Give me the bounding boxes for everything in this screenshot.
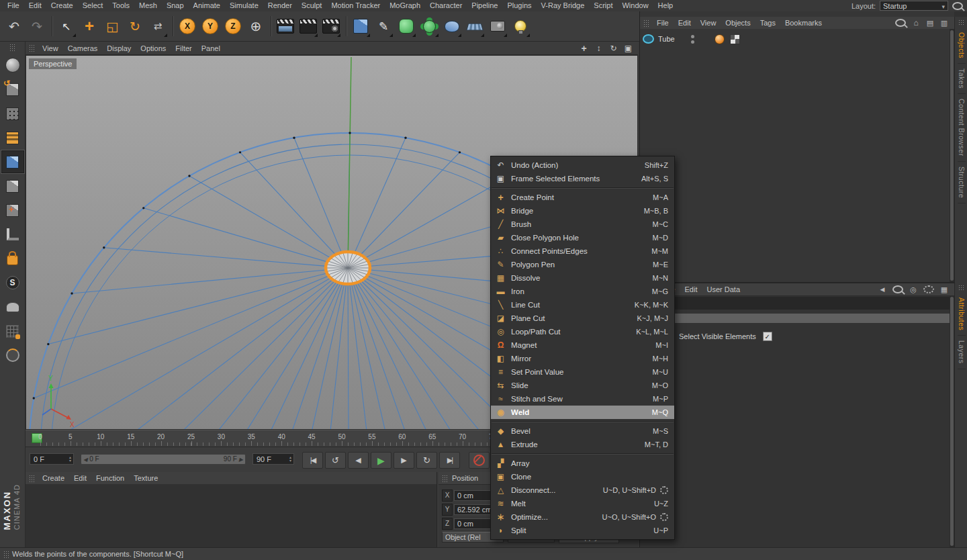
range-start-handle[interactable]: 0 F — [83, 455, 99, 463]
context-menu-item[interactable]: Line Cut K~K, M~K — [491, 298, 674, 312]
mode-button[interactable] — [1, 199, 24, 222]
back-arrow-icon[interactable] — [878, 285, 886, 294]
range-end-handle[interactable]: 90 F — [224, 455, 243, 463]
toolbar-button[interactable] — [441, 13, 463, 39]
stepper-icon[interactable] — [289, 456, 291, 463]
dock-tab[interactable]: Attributes — [958, 293, 966, 336]
menubar-item[interactable]: Animate — [189, 0, 225, 11]
preview-range-slider[interactable]: 0 F 90 F — [81, 454, 246, 465]
panel-grip[interactable] — [9, 44, 15, 51]
materials-menu-item[interactable]: Texture — [129, 473, 163, 483]
context-menu-item[interactable]: Optimize... U~O, U~Shift+O — [491, 510, 674, 524]
current-frame-field[interactable]: 0 F — [30, 453, 74, 465]
menubar-item[interactable]: Select — [78, 0, 108, 11]
mode-button[interactable] — [1, 102, 24, 125]
context-menu-item[interactable]: Loop/Path Cut K~L, M~L — [491, 325, 674, 338]
viewport-menu-item[interactable]: Options — [136, 44, 171, 53]
context-menu-item[interactable]: Stitch and Sew M~P — [491, 392, 674, 406]
dock-tab[interactable]: Content Browser — [958, 94, 966, 162]
mode-button[interactable] — [1, 54, 24, 77]
panel-grip[interactable] — [29, 44, 35, 52]
object-manager-menu-item[interactable]: Objects — [721, 18, 755, 28]
mode-button[interactable] — [1, 295, 24, 318]
panel-grip[interactable] — [442, 475, 448, 482]
context-menu-item[interactable]: Close Polygon Hole M~D — [491, 231, 674, 244]
object-name[interactable]: Tube — [658, 35, 675, 43]
toolbar-button[interactable] — [26, 13, 48, 39]
materials-menu-item[interactable]: Edit — [69, 473, 91, 483]
menubar-item[interactable]: Script — [589, 0, 617, 11]
viewport-menu-item[interactable]: Filter — [171, 44, 196, 53]
rotate-view-icon[interactable] — [608, 43, 619, 53]
mode-button[interactable] — [1, 150, 24, 173]
attribute-menu-item[interactable]: Edit — [680, 285, 702, 294]
context-menu-item[interactable]: Frame Selected Elements Alt+S, S — [491, 172, 674, 185]
object-manager-menu-item[interactable]: Edit — [674, 18, 696, 28]
pan-view-icon[interactable] — [578, 43, 590, 53]
menubar-item[interactable]: Plugins — [502, 0, 536, 11]
context-menu-item[interactable]: Extrude M~T, D — [491, 438, 674, 451]
transport-button[interactable] — [325, 452, 346, 469]
menubar-item[interactable]: Window — [617, 0, 653, 11]
panel-grip[interactable] — [3, 551, 9, 558]
viewport-menu-item[interactable]: View — [38, 44, 63, 53]
context-menu-item[interactable]: Array — [491, 457, 674, 470]
toolbar-button[interactable] — [101, 13, 124, 39]
context-menu-item[interactable]: Split U~P — [491, 524, 674, 537]
context-menu-item[interactable]: Brush M~C — [491, 218, 674, 231]
dock-tab[interactable]: Structure — [958, 162, 966, 203]
materials-area[interactable] — [26, 484, 436, 547]
dock-tab[interactable]: Takes — [958, 64, 966, 94]
stepper-icon[interactable] — [69, 456, 71, 463]
toggle-view-icon[interactable] — [623, 43, 634, 53]
toolbar-button[interactable] — [509, 13, 532, 39]
dock-icon[interactable] — [958, 285, 965, 291]
menubar-item[interactable]: Motion Tracker — [326, 0, 385, 11]
context-menu-item[interactable]: Polygon Pen M~E — [491, 258, 674, 271]
toolbar-button[interactable] — [48, 13, 55, 39]
materials-menu-item[interactable]: Function — [91, 473, 129, 483]
toolbar-button[interactable] — [349, 13, 372, 39]
layout-select[interactable]: Startup — [880, 1, 948, 11]
mode-button[interactable] — [1, 247, 24, 270]
object-manager-menu-item[interactable]: Bookmarks — [780, 18, 827, 28]
toolbar-button[interactable] — [3, 13, 26, 39]
menubar-item[interactable]: Help — [653, 0, 678, 11]
attribute-tab-band[interactable] — [640, 314, 950, 323]
camera-label[interactable]: Perspective — [29, 58, 77, 69]
magnifier-icon[interactable] — [892, 285, 903, 293]
object-manager-menu-item[interactable]: File — [652, 18, 674, 28]
toolbar-button[interactable] — [297, 13, 320, 39]
menubar-item[interactable]: Simulate — [225, 0, 263, 11]
end-frame-field[interactable]: 90 F — [252, 453, 294, 465]
transport-button[interactable] — [439, 452, 460, 469]
magnifier-icon[interactable] — [895, 19, 906, 27]
context-menu-item[interactable]: Slide M~O — [491, 379, 674, 392]
menubar-item[interactable]: Sculpt — [297, 0, 327, 11]
scrollbar-thumb[interactable] — [950, 297, 954, 546]
mode-button[interactable] — [1, 78, 24, 101]
menubar-item[interactable]: Render — [263, 0, 297, 11]
context-menu-item[interactable]: Undo (Action) Shift+Z — [491, 158, 674, 172]
context-menu-item[interactable]: Iron M~G — [491, 285, 674, 298]
attribute-menu-item[interactable]: User Data — [702, 285, 745, 294]
scrollbar[interactable] — [950, 295, 954, 547]
context-menu-item[interactable]: Connect Points/Edges M~M — [491, 244, 674, 258]
dock-tab[interactable]: Layers — [958, 336, 966, 369]
object-manager-menu-item[interactable]: View — [696, 18, 721, 28]
transport-button[interactable] — [302, 452, 323, 469]
viewport-menu-item[interactable]: Cameras — [63, 44, 103, 53]
mode-button[interactable] — [1, 223, 24, 246]
toolbar-button[interactable] — [124, 13, 146, 39]
focus-icon[interactable] — [909, 285, 917, 294]
context-menu-item[interactable]: Melt U~Z — [491, 497, 674, 510]
select-visible-checkbox[interactable] — [763, 332, 772, 341]
grid-icon[interactable] — [940, 285, 948, 294]
panel-a-icon[interactable] — [926, 18, 934, 28]
toolbar-button[interactable] — [372, 13, 395, 39]
menubar-item[interactable]: Character — [425, 0, 467, 11]
viewport-menu-item[interactable]: Display — [102, 44, 136, 53]
mode-button[interactable] — [1, 175, 24, 197]
toolbar-button[interactable] — [395, 13, 418, 39]
object-row[interactable]: Tube — [640, 33, 950, 45]
